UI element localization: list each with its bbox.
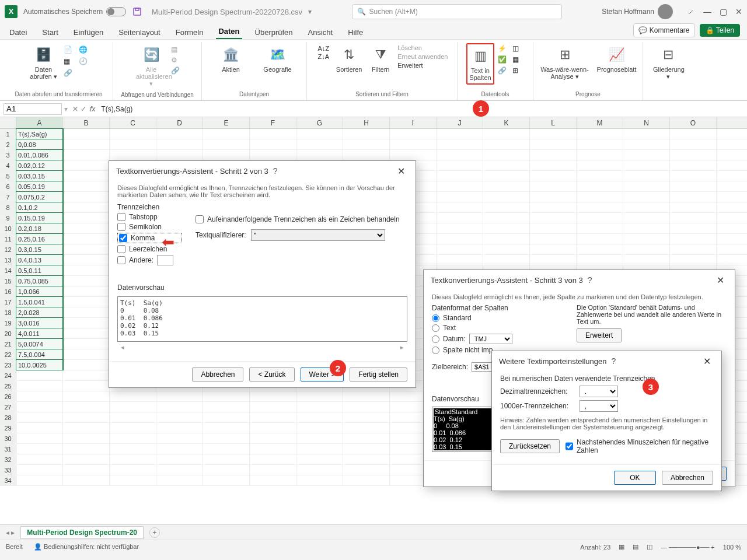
cell[interactable] [296, 129, 343, 139]
cell[interactable]: 0,0.08 [16, 139, 63, 149]
radio-standard[interactable]: Standard [432, 314, 566, 322]
view-normal-icon[interactable]: ▦ [619, 543, 624, 551]
was-waere-wenn-button[interactable]: ⊞Was-wäre-wenn- Analyse ▾ [539, 43, 591, 83]
save-icon[interactable] [132, 6, 142, 17]
user-account[interactable]: Stefan Hoffmann [602, 4, 673, 19]
cell[interactable] [250, 412, 296, 422]
row-header[interactable]: 10 [0, 223, 16, 233]
cell[interactable] [483, 192, 530, 202]
cell[interactable] [530, 150, 577, 160]
cell[interactable] [16, 433, 63, 443]
col-header-N[interactable]: N [623, 117, 670, 128]
alle-aktualisieren-button[interactable]: 🔄Alle aktualisieren ▾ [135, 43, 167, 90]
cell[interactable] [203, 402, 250, 412]
cell[interactable] [63, 255, 110, 265]
row-header[interactable]: 21 [0, 339, 16, 349]
tab-einfuegen[interactable]: Einfügen [71, 26, 106, 39]
cell[interactable] [250, 465, 296, 475]
teilen-button[interactable]: 🔒 Teilen [700, 24, 740, 37]
cell[interactable] [623, 192, 670, 202]
cell[interactable] [483, 244, 530, 254]
cell[interactable] [623, 234, 670, 244]
cell[interactable]: T(s),Sa(g) [16, 129, 63, 139]
cell[interactable] [530, 171, 577, 181]
cell[interactable] [577, 150, 623, 160]
cell[interactable] [16, 465, 63, 475]
andere-input[interactable] [157, 255, 173, 265]
search-input[interactable]: 🔍 Suchen (Alt+M) [352, 4, 562, 19]
reapply-filter[interactable]: Erneut anwenden [397, 53, 448, 60]
cell[interactable] [110, 391, 156, 401]
row-header[interactable]: 28 [0, 412, 16, 422]
cell[interactable] [670, 171, 717, 181]
tab-datei[interactable]: Datei [7, 26, 29, 39]
cell[interactable] [63, 139, 110, 149]
cell[interactable] [203, 444, 250, 454]
zuruecksetzen-button[interactable]: Zurücksetzen [500, 439, 560, 453]
cell[interactable] [250, 391, 296, 401]
row-header[interactable]: 7 [0, 192, 16, 202]
row-header[interactable]: 30 [0, 433, 16, 443]
ribbon-mode-icon[interactable]: ⟋ [687, 7, 695, 16]
cell[interactable] [670, 160, 717, 170]
cell[interactable] [250, 402, 296, 412]
cell[interactable] [156, 444, 203, 454]
cell[interactable] [577, 160, 623, 170]
cell[interactable] [530, 213, 577, 223]
row-header[interactable]: 2 [0, 139, 16, 149]
cell[interactable]: 2,0.028 [16, 307, 63, 317]
consolidate-icon[interactable]: ▦ [512, 55, 524, 64]
cell[interactable] [63, 339, 110, 349]
data-model-icon[interactable]: ⊞ [512, 66, 524, 75]
chk-semikolon[interactable]: Semikolon [117, 223, 181, 231]
cell[interactable] [623, 244, 670, 254]
cell[interactable] [203, 150, 250, 160]
cell[interactable] [16, 381, 63, 391]
cell[interactable] [156, 402, 203, 412]
tab-start[interactable]: Start [40, 26, 60, 39]
cell[interactable] [63, 244, 110, 254]
cell[interactable] [250, 423, 296, 433]
row-header[interactable]: 20 [0, 328, 16, 338]
col-header-A[interactable]: A [16, 117, 63, 128]
row-header[interactable]: 17 [0, 297, 16, 307]
cell[interactable] [530, 139, 577, 149]
autosave-toggle[interactable]: Automatisches Speichern [23, 7, 126, 16]
cell[interactable] [16, 412, 63, 422]
dezimal-select[interactable]: . [580, 386, 618, 397]
toggle-off-icon[interactable] [106, 7, 126, 16]
cell[interactable] [156, 423, 203, 433]
cell[interactable] [343, 391, 390, 401]
cell[interactable]: 0.2,0.18 [16, 223, 63, 233]
row-header[interactable]: 26 [0, 391, 16, 401]
cell[interactable] [203, 129, 250, 139]
row-header[interactable]: 1 [0, 129, 16, 139]
cell[interactable] [390, 139, 437, 149]
cell[interactable] [437, 160, 483, 170]
cell[interactable] [63, 412, 110, 422]
from-web-icon[interactable]: 🌐 [79, 46, 90, 54]
row-header[interactable]: 9 [0, 213, 16, 223]
cell[interactable] [250, 139, 296, 149]
kommentare-button[interactable]: 💬 Kommentare [633, 23, 694, 37]
existing-conn-icon[interactable]: 🔗 [64, 69, 75, 77]
row-header[interactable]: 33 [0, 465, 16, 475]
cell[interactable] [156, 475, 203, 485]
dlg1-close-icon[interactable]: ✕ [394, 166, 409, 177]
dlg1-help-icon[interactable]: ? [268, 166, 282, 176]
cell[interactable] [483, 223, 530, 233]
cell[interactable] [670, 181, 717, 191]
cell[interactable]: 0.4,0.13 [16, 255, 63, 265]
cell[interactable] [670, 139, 717, 149]
cell[interactable]: 0.05,0.19 [16, 181, 63, 191]
col-header-K[interactable]: K [483, 117, 530, 128]
cell[interactable] [63, 234, 110, 244]
cell[interactable] [110, 465, 156, 475]
cell[interactable] [343, 475, 390, 485]
cell[interactable] [16, 370, 63, 380]
flash-fill-icon[interactable]: ⚡ [498, 44, 509, 52]
cell[interactable] [63, 318, 110, 328]
cell[interactable] [343, 412, 390, 422]
cell[interactable] [296, 433, 343, 443]
cell[interactable] [250, 433, 296, 443]
